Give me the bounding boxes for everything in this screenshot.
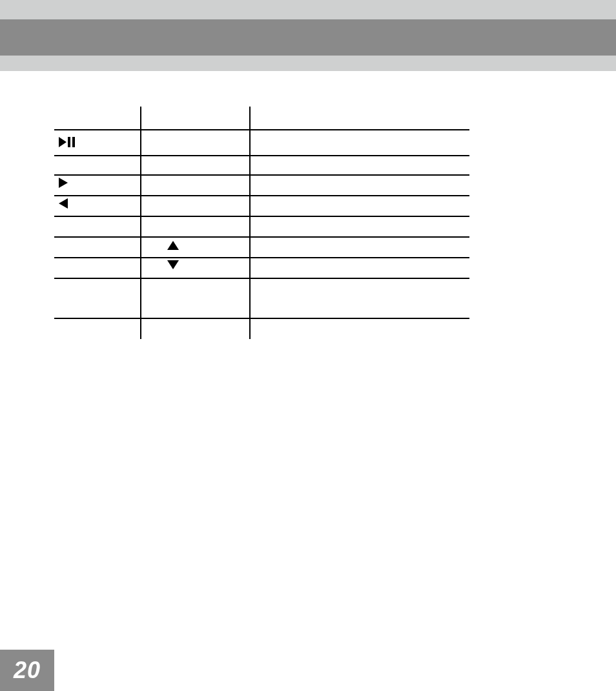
play-right-icon [59,178,69,191]
header-band [0,0,616,71]
column-divider-2 [249,107,251,339]
row-divider [54,257,469,258]
page-number: 20 [14,657,41,684]
row-divider [54,318,469,319]
header-dark-band [0,19,616,56]
svg-marker-5 [167,241,179,250]
row-divider [54,129,469,130]
svg-marker-0 [59,137,67,147]
column-divider-1 [140,107,141,339]
play-left-icon [59,198,69,211]
svg-marker-6 [167,260,179,269]
row-divider [54,155,469,156]
row-divider [54,216,469,217]
svg-rect-1 [68,137,70,147]
row-divider [54,174,469,176]
svg-marker-3 [59,178,68,188]
arrow-up-icon [167,241,179,253]
row-divider [54,236,469,238]
row-divider [54,278,469,279]
row-divider [54,195,469,196]
page-number-block: 20 [0,650,54,691]
play-pause-icon [59,137,76,147]
arrow-down-icon [167,260,179,272]
svg-marker-4 [59,198,68,209]
svg-rect-2 [72,137,75,147]
